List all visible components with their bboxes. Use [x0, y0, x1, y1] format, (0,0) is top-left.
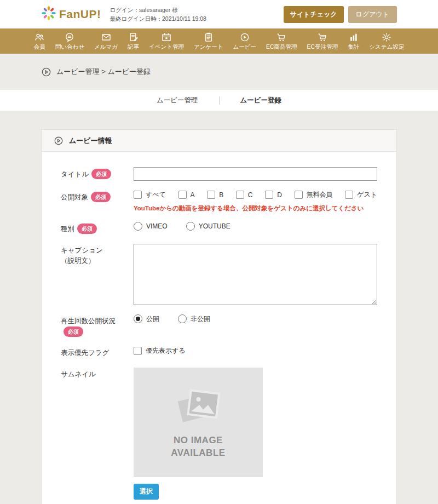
- target-row: 公開対象必須 すべて A B C D 無料会員 ゲスト YouTubeからの動画…: [61, 190, 377, 213]
- checkbox[interactable]: [178, 191, 187, 199]
- system-settings-icon: [381, 32, 392, 43]
- breadcrumb: ムービー管理 > ムービー登録: [41, 67, 151, 77]
- radio[interactable]: [178, 314, 187, 323]
- nav-item-label: ムービー: [233, 43, 257, 51]
- type-label: 種別必須: [61, 222, 134, 234]
- movie-info-card: ムービー情報 タイトル必須 公開対象必須 すべて: [41, 129, 397, 504]
- required-badge: 必須: [77, 224, 97, 234]
- ec-product-icon: [276, 32, 287, 43]
- type-option-vimeo[interactable]: VIMEO: [134, 222, 168, 231]
- nav-item-system-settings[interactable]: システム設定: [364, 32, 409, 51]
- play-circle-icon: [41, 67, 51, 77]
- target-option-guest[interactable]: ゲスト: [345, 190, 377, 199]
- last-login-datetime: 最終ログイン日時：2021/10/11 19:08: [110, 14, 206, 23]
- main-content: ムービー情報 タイトル必須 公開対象必須 すべて: [0, 111, 438, 504]
- checkbox[interactable]: [134, 347, 142, 355]
- login-user: ログイン：salesanager 様: [110, 5, 206, 14]
- survey-icon: [203, 32, 214, 43]
- tab-movie-management[interactable]: ムービー管理: [136, 96, 219, 105]
- play-count-label: 再生回数公開状況必須: [61, 314, 134, 337]
- title-row: タイトル必須: [61, 167, 377, 181]
- article-icon: [128, 32, 139, 43]
- breadcrumb-band: ムービー管理 > ムービー登録: [0, 54, 438, 90]
- tab-band: ムービー管理 ムービー登録: [0, 90, 438, 111]
- type-option-youtube[interactable]: YOUTUBE: [186, 222, 230, 231]
- site-check-button[interactable]: サイトチェック: [284, 6, 344, 23]
- thumbnail-select-button[interactable]: 選択: [134, 484, 159, 500]
- checkbox[interactable]: [134, 191, 142, 199]
- nav-item-label: イベント管理: [149, 43, 184, 51]
- play-count-option-public[interactable]: 公開: [134, 314, 159, 324]
- nav-item-label: EC商品管理: [266, 43, 297, 51]
- checkbox[interactable]: [207, 191, 215, 199]
- header: FanUP! ログイン：salesanager 様 最終ログイン日時：2021/…: [0, 0, 438, 28]
- priority-label: 表示優先フラグ: [61, 346, 134, 358]
- required-badge: 必須: [64, 327, 83, 337]
- nav-item-label: アンケート: [194, 43, 223, 51]
- thumbnail-placeholder: NO IMAGE AVAILABLE: [134, 368, 263, 477]
- type-options: VIMEO YOUTUBE: [134, 222, 377, 231]
- tab-movie-register[interactable]: ムービー登録: [220, 96, 303, 105]
- caption-row: キャプション （説明文）: [61, 244, 377, 305]
- users-icon: [34, 32, 45, 43]
- nav-item-label: 問い合わせ: [55, 43, 84, 51]
- fanup-logo[interactable]: FanUP!: [41, 5, 101, 23]
- nav-item-inquiry[interactable]: 問い合わせ: [50, 32, 89, 51]
- caption-label: キャプション （説明文）: [61, 244, 134, 305]
- no-image-icon: [171, 385, 226, 434]
- target-option-c[interactable]: C: [236, 191, 253, 199]
- header-buttons: サイトチェック ログアウト: [284, 6, 397, 23]
- nav-item-label: 記事: [128, 43, 139, 51]
- breadcrumb-text: ムービー管理 > ムービー登録: [56, 67, 151, 77]
- target-options: すべて A B C D 無料会員 ゲスト: [134, 190, 377, 199]
- radio-checked[interactable]: [134, 314, 142, 323]
- inquiry-icon: [64, 32, 75, 43]
- thumbnail-label: サムネイル: [61, 368, 134, 500]
- checkbox[interactable]: [236, 191, 244, 199]
- nav-item-ec-products[interactable]: EC商品管理: [261, 32, 302, 51]
- nav-item-members[interactable]: 会員: [29, 32, 50, 51]
- target-option-d[interactable]: D: [265, 191, 282, 199]
- nav-item-label: システム設定: [369, 43, 404, 51]
- nav-item-label: 集計: [348, 43, 359, 51]
- checkbox[interactable]: [265, 191, 273, 199]
- checkbox[interactable]: [345, 191, 353, 199]
- nav-item-label: 会員: [34, 43, 45, 51]
- nav-item-articles[interactable]: 記事: [123, 32, 144, 51]
- nav-item-ec-orders[interactable]: EC受注管理: [302, 32, 343, 51]
- youtube-note: YouTubeからの動画を登録する場合、公開対象をゲストのみに選択してください: [134, 204, 377, 213]
- title-input[interactable]: [134, 167, 377, 181]
- stats-icon: [348, 32, 359, 43]
- priority-checkbox-option[interactable]: 優先表示する: [134, 346, 377, 356]
- nav-item-stats[interactable]: 集計: [343, 32, 364, 51]
- nav-item-movie[interactable]: ムービー: [228, 32, 262, 51]
- priority-row: 表示優先フラグ 優先表示する: [61, 346, 377, 358]
- mailmag-icon: [101, 32, 112, 43]
- target-option-a[interactable]: A: [178, 191, 195, 199]
- section-title: ムービー情報: [69, 136, 112, 146]
- radio[interactable]: [134, 222, 142, 231]
- fanup-logo-icon: [41, 5, 56, 23]
- play-count-options: 公開 非公開: [134, 314, 377, 324]
- checkbox[interactable]: [295, 191, 303, 199]
- target-option-b[interactable]: B: [207, 191, 223, 199]
- play-count-option-private[interactable]: 非公開: [178, 314, 210, 324]
- target-option-all[interactable]: すべて: [134, 190, 166, 199]
- play-count-row: 再生回数公開状況必須 公開 非公開: [61, 314, 377, 337]
- movie-form: タイトル必須 公開対象必須 すべて A B C D: [42, 152, 396, 504]
- caption-textarea[interactable]: [134, 244, 377, 305]
- event-icon: [161, 32, 172, 43]
- nav-item-label: EC受注管理: [307, 43, 338, 51]
- nav-item-mailmag[interactable]: メルマガ: [89, 32, 123, 51]
- main-nav: 会員 問い合わせ メルマガ 記事 イベント管理 アンケート ムービー: [0, 28, 438, 54]
- play-circle-icon: [54, 136, 64, 146]
- movie-icon: [239, 32, 250, 43]
- target-option-free-member[interactable]: 無料会員: [295, 190, 333, 199]
- radio[interactable]: [186, 222, 195, 231]
- no-image-text: NO IMAGE AVAILABLE: [171, 434, 225, 460]
- title-label: タイトル必須: [61, 167, 134, 181]
- nav-item-event-management[interactable]: イベント管理: [144, 32, 189, 51]
- logout-button[interactable]: ログアウト: [348, 6, 397, 23]
- card-header: ムービー情報: [42, 130, 396, 152]
- nav-item-survey[interactable]: アンケート: [189, 32, 228, 51]
